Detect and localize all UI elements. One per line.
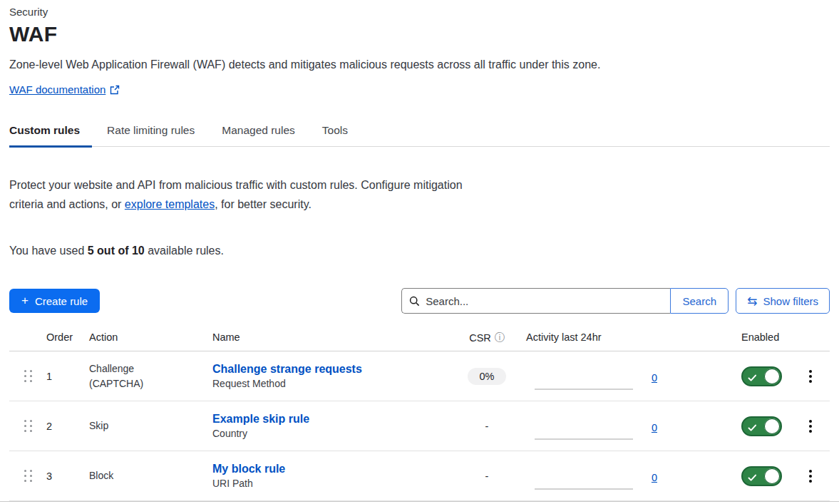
- rules-table: Order Action Name CSR ⓘ Activity last 24…: [9, 331, 830, 502]
- csr-badge: 0%: [468, 368, 507, 385]
- table-row: 2 Skip Example skip rule Country - 0: [9, 401, 830, 451]
- rule-field: URI Path: [212, 478, 448, 489]
- toggle-knob: [764, 468, 780, 484]
- enabled-toggle[interactable]: [741, 466, 782, 486]
- check-icon: [748, 472, 757, 485]
- intro-paragraph: Protect your website and API from malici…: [9, 175, 830, 214]
- page-description: Zone-level Web Application Firewall (WAF…: [9, 58, 830, 71]
- info-icon[interactable]: ⓘ: [495, 331, 505, 344]
- header-enabled: Enabled: [670, 331, 791, 343]
- table-header-row: Order Action Name CSR ⓘ Activity last 24…: [9, 331, 830, 351]
- kebab-menu-icon[interactable]: [803, 467, 818, 485]
- tab-bar: Custom rules Rate limiting rules Managed…: [9, 117, 830, 147]
- rule-order: 2: [46, 421, 89, 432]
- header-action: Action: [89, 331, 212, 343]
- rule-field: Request Method: [212, 378, 448, 389]
- activity-cell: 0: [526, 401, 670, 451]
- breadcrumb-security: Security: [9, 6, 830, 18]
- waf-documentation-link[interactable]: WAF documentation: [9, 83, 105, 96]
- rule-name-link[interactable]: Challenge strange requests: [212, 363, 448, 376]
- drag-handle-icon[interactable]: [21, 367, 35, 385]
- search-icon: [409, 296, 420, 307]
- header-activity: Activity last 24hr: [526, 331, 670, 343]
- rule-order: 1: [46, 371, 89, 382]
- tab-rate-limiting-rules[interactable]: Rate limiting rules: [107, 117, 207, 146]
- rules-toolbar: + Create rule Search ⇆ Show filt: [9, 289, 830, 313]
- explore-templates-link[interactable]: explore templates: [125, 198, 215, 210]
- enabled-toggle[interactable]: [741, 366, 782, 386]
- plus-icon: +: [21, 294, 29, 308]
- drag-handle-icon[interactable]: [21, 467, 35, 485]
- table-bottom-border: [0, 501, 839, 502]
- toggle-knob: [764, 369, 780, 384]
- tab-managed-rules[interactable]: Managed rules: [222, 117, 307, 146]
- csr-value: -: [485, 421, 489, 432]
- activity-count-link[interactable]: 0: [652, 472, 657, 483]
- search-input[interactable]: [426, 295, 663, 307]
- rule-order: 3: [46, 470, 89, 482]
- header-order: Order: [46, 331, 89, 343]
- header-csr: CSR: [469, 332, 491, 344]
- rule-action: Block: [89, 468, 212, 483]
- toggle-knob: [764, 418, 780, 434]
- drag-handle-icon[interactable]: [21, 417, 35, 435]
- rule-field: Country: [212, 428, 448, 439]
- swap-arrows-icon: ⇆: [747, 295, 757, 307]
- activity-sparkline: [535, 438, 633, 440]
- table-row: 3 Block My block rule URI Path - 0: [9, 451, 830, 501]
- show-filters-button[interactable]: ⇆ Show filters: [736, 288, 830, 314]
- activity-cell: 0: [526, 351, 670, 401]
- activity-sparkline: [535, 389, 633, 390]
- rule-action: Challenge (CAPTCHA): [89, 361, 212, 391]
- kebab-menu-icon[interactable]: [803, 367, 818, 386]
- search-button[interactable]: Search: [670, 288, 729, 314]
- tab-tools[interactable]: Tools: [322, 117, 360, 146]
- rule-action: Skip: [89, 418, 212, 433]
- tab-custom-rules[interactable]: Custom rules: [9, 117, 92, 146]
- rule-name-cell: Challenge strange requests Request Metho…: [212, 363, 448, 389]
- activity-sparkline: [535, 488, 633, 490]
- usage-count: 5 out of 10: [88, 245, 145, 257]
- search-box: [401, 288, 670, 314]
- external-link-icon: [110, 85, 120, 95]
- intro-line2: criteria and actions, or explore templat…: [9, 195, 830, 214]
- table-row: 1 Challenge (CAPTCHA) Challenge strange …: [9, 351, 830, 401]
- header-name: Name: [212, 331, 448, 343]
- search-group: Search: [401, 288, 729, 314]
- check-icon: [748, 422, 757, 435]
- page-title: WAF: [9, 22, 830, 46]
- activity-cell: 0: [526, 451, 670, 500]
- rule-name-cell: My block rule URI Path: [212, 463, 448, 489]
- waf-page: Security WAF Zone-level Web Application …: [0, 0, 839, 502]
- csr-value: -: [485, 470, 489, 482]
- create-rule-button[interactable]: + Create rule: [9, 289, 100, 313]
- check-icon: [748, 372, 757, 385]
- activity-count-link[interactable]: 0: [652, 372, 657, 384]
- intro-line1: Protect your website and API from malici…: [9, 175, 830, 195]
- rule-name-link[interactable]: My block rule: [212, 463, 448, 475]
- usage-summary: You have used 5 out of 10 available rule…: [9, 245, 830, 257]
- activity-count-link[interactable]: 0: [652, 422, 657, 433]
- enabled-toggle[interactable]: [741, 416, 782, 436]
- rule-name-cell: Example skip rule Country: [212, 413, 448, 439]
- rule-name-link[interactable]: Example skip rule: [212, 413, 448, 426]
- kebab-menu-icon[interactable]: [803, 417, 818, 436]
